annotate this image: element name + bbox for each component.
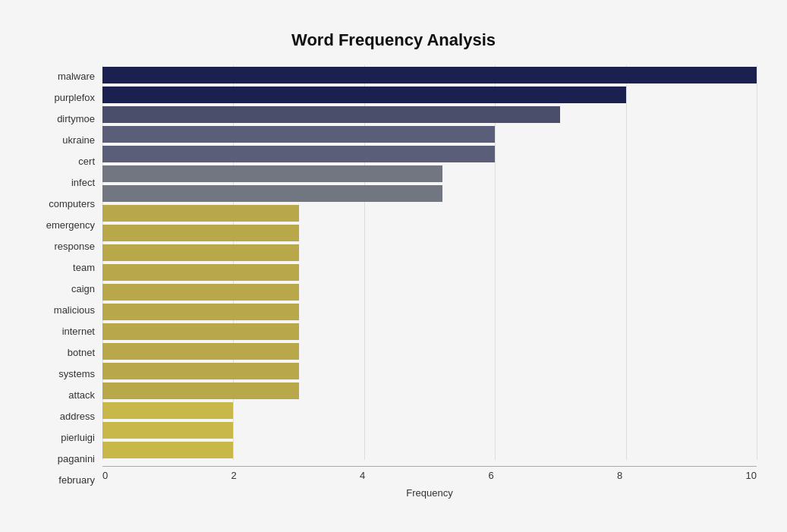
bar-row <box>102 243 757 263</box>
x-tick: 4 <box>360 470 365 481</box>
bar <box>102 284 299 301</box>
bar <box>102 343 299 360</box>
bars-and-xaxis: 0246810 Frequency <box>102 65 757 491</box>
bar-row <box>102 65 757 85</box>
bar-row <box>102 85 757 105</box>
x-ticks: 0246810 <box>102 470 757 481</box>
y-label: pierluigi <box>61 433 95 442</box>
bar <box>102 205 299 222</box>
bar-row <box>102 223 757 243</box>
bar-row <box>102 322 757 342</box>
bar-row <box>102 203 757 223</box>
y-label: malicious <box>54 305 95 315</box>
bar <box>102 402 233 419</box>
bar-row <box>102 342 757 361</box>
bar-row <box>102 144 757 164</box>
y-label: malware <box>58 71 95 81</box>
bar <box>102 87 626 103</box>
bar <box>102 185 442 202</box>
grid-line <box>757 65 757 460</box>
bar <box>102 146 495 162</box>
bar <box>102 106 560 123</box>
y-label: systems <box>58 369 95 379</box>
y-label: response <box>55 241 95 251</box>
x-axis-label: Frequency <box>406 487 452 499</box>
bar <box>102 244 299 261</box>
y-label: caign <box>71 284 95 294</box>
bars-section <box>102 65 757 460</box>
bar <box>102 323 299 340</box>
bar-row <box>102 420 757 440</box>
y-label: emergency <box>46 220 95 230</box>
y-label: purplefox <box>55 93 95 102</box>
y-label: attack <box>68 390 95 400</box>
bar <box>102 225 299 241</box>
x-tick: 0 <box>102 470 108 481</box>
chart-title: Word Frequency Analysis <box>30 30 757 50</box>
bar-row <box>102 164 757 184</box>
bar <box>102 363 299 379</box>
bar <box>102 67 757 83</box>
y-label: computers <box>49 199 95 209</box>
y-label: infect <box>71 178 95 187</box>
bar-row <box>102 263 757 282</box>
bar-row <box>102 440 757 460</box>
bar-row <box>102 302 757 322</box>
x-tick: 6 <box>489 470 494 481</box>
y-label: ukraine <box>62 135 95 145</box>
bar-row <box>102 124 757 144</box>
bar-row <box>102 381 757 401</box>
bar-row <box>102 105 757 124</box>
bar <box>102 442 233 458</box>
x-axis-line <box>102 466 757 467</box>
y-axis: malwarepurplefoxdirtymoeukrainecertinfec… <box>30 65 102 491</box>
y-label: cert <box>78 156 95 166</box>
bar <box>102 165 442 182</box>
chart-container: Word Frequency Analysis malwarepurplefox… <box>15 15 772 532</box>
bar <box>102 304 299 320</box>
bar-row <box>102 184 757 203</box>
y-label: address <box>60 411 95 421</box>
x-tick: 10 <box>746 470 757 481</box>
x-axis: 0246810 Frequency <box>102 460 757 499</box>
y-label: february <box>58 475 95 485</box>
bar-row <box>102 401 757 420</box>
bar-row <box>102 361 757 381</box>
y-label: dirtymoe <box>57 114 95 124</box>
bar <box>102 126 495 143</box>
chart-area: malwarepurplefoxdirtymoeukrainecertinfec… <box>30 65 757 491</box>
bar-row <box>102 282 757 302</box>
bar <box>102 264 299 281</box>
y-label: team <box>73 263 95 272</box>
y-label: internet <box>62 326 95 336</box>
x-tick: 2 <box>231 470 237 481</box>
bar <box>102 382 299 399</box>
y-label: botnet <box>68 348 95 357</box>
bar <box>102 422 233 439</box>
y-label: paganini <box>58 454 95 464</box>
x-tick: 8 <box>617 470 622 481</box>
